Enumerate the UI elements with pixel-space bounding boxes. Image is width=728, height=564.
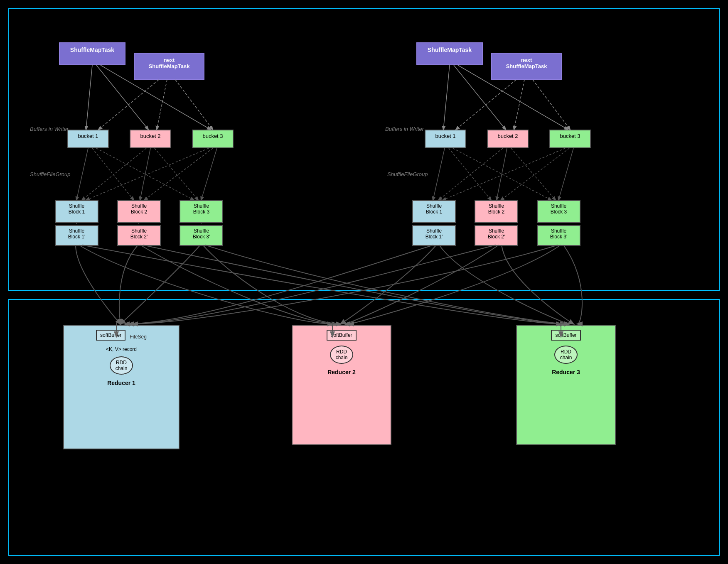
svg-line-21	[433, 148, 445, 200]
reducer3-rdd: RDDchain	[554, 346, 578, 364]
svg-line-12	[86, 148, 209, 200]
svg-line-4	[157, 80, 167, 130]
svg-line-24	[438, 148, 503, 200]
right-shuffle-block-1-top: ShuffleBlock 1	[412, 200, 456, 223]
right-buffers-annotation: Buffers in Writer	[385, 125, 424, 133]
svg-line-7	[92, 148, 134, 200]
left-shuffle-block-3-top: ShuffleBlock 3	[180, 200, 223, 223]
svg-line-28	[501, 148, 569, 200]
reducer-3: softBuffer RDDchain Reducer 3	[516, 325, 616, 445]
svg-line-26	[511, 148, 556, 200]
left-shuffle-block-1-bottom: ShuffleBlock 1'	[55, 225, 98, 246]
left-bucket-1: bucket 1	[67, 130, 109, 148]
reducer2-rdd: RDDchain	[330, 346, 354, 364]
reducer1-label: Reducer 1	[107, 380, 135, 386]
reducer1-rdd: RDDchain	[110, 356, 133, 375]
right-sfg-annotation: ShuffleFileGroup	[387, 171, 428, 177]
svg-line-0	[86, 65, 92, 130]
right-shuffle-block-3-top: ShuffleBlock 3	[537, 200, 580, 223]
reducer1-kv: <K, V> record	[106, 346, 137, 352]
svg-line-5	[175, 80, 213, 130]
left-buffers-annotation: Buffers in Writer	[30, 125, 69, 133]
svg-line-19	[514, 80, 524, 130]
svg-line-22	[449, 148, 491, 200]
svg-line-20	[533, 80, 570, 130]
right-bucket-1: bucket 1	[425, 130, 466, 148]
left-shuffle-block-2-top: ShuffleBlock 2	[117, 200, 161, 223]
left-sfg-annotation: ShuffleFileGroup	[30, 171, 71, 177]
right-bucket-2: bucket 2	[487, 130, 529, 148]
svg-line-6	[76, 148, 88, 200]
reducer1-soft-buffer: softBuffer	[96, 330, 125, 341]
reducer3-label: Reducer 3	[552, 369, 580, 375]
reducer-1: softBuffer FileSeg <K, V> record RDDchai…	[63, 325, 180, 449]
svg-line-18	[456, 80, 516, 130]
svg-line-13	[144, 148, 213, 200]
right-bucket-3: bucket 3	[549, 130, 591, 148]
right-shuffle-block-3-bottom: ShuffleBlock 3'	[537, 225, 580, 246]
right-shuffle-map-task-1: ShuffleMapTask	[416, 42, 483, 65]
svg-line-11	[155, 148, 198, 200]
reducer3-soft-buffer: softBuffer	[551, 330, 580, 341]
svg-line-25	[497, 148, 507, 200]
svg-line-23	[453, 148, 551, 200]
svg-line-29	[558, 148, 573, 200]
left-bucket-2: bucket 2	[130, 130, 171, 148]
reducer-2: softBuffer RDDchain Reducer 2	[292, 325, 391, 445]
bottom-section-box: softBuffer FileSeg <K, V> record RDDchai…	[8, 299, 720, 556]
left-shuffle-block-1-top: ShuffleBlock 1	[55, 200, 98, 223]
reducer1-fileseg: FileSeg	[130, 334, 147, 340]
reducer2-label: Reducer 2	[327, 369, 356, 375]
right-shuffle-block-2-top: ShuffleBlock 2	[475, 200, 518, 223]
top-section-box: ShuffleMapTask nextShuffleMapTask Buffer…	[8, 8, 720, 291]
svg-line-3	[98, 80, 159, 130]
left-shuffle-map-task-1: ShuffleMapTask	[59, 42, 125, 65]
svg-line-9	[82, 148, 146, 200]
svg-line-10	[140, 148, 150, 200]
left-shuffle-block-2-bottom: ShuffleBlock 2'	[117, 225, 161, 246]
svg-line-27	[443, 148, 565, 200]
left-shuffle-block-3-bottom: ShuffleBlock 3'	[180, 225, 223, 246]
reducer2-soft-buffer: softBuffer	[327, 330, 356, 341]
svg-line-8	[96, 148, 194, 200]
right-shuffle-block-2-bottom: ShuffleBlock 2'	[475, 225, 518, 246]
svg-line-15	[443, 65, 450, 130]
svg-line-14	[201, 148, 217, 200]
main-container: ShuffleMapTask nextShuffleMapTask Buffer…	[8, 8, 720, 556]
left-bucket-3: bucket 3	[192, 130, 234, 148]
right-next-shuffle-map-task: nextShuffleMapTask	[491, 53, 562, 80]
right-shuffle-block-1-bottom: ShuffleBlock 1'	[412, 225, 456, 246]
left-next-shuffle-map-task: nextShuffleMapTask	[134, 53, 204, 80]
